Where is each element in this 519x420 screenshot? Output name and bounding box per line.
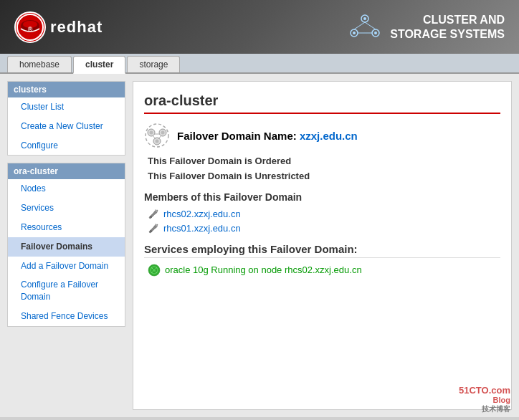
sidebar-item-cluster-list[interactable]: Cluster List [8,97,125,117]
svg-point-29 [153,269,156,272]
sidebar-section-clusters: clusters Cluster List Create a New Clust… [7,81,125,156]
sidebar-item-add-failover-domain[interactable]: Add a Failover Domain [8,257,125,276]
sidebar-item-nodes[interactable]: Nodes [8,179,125,199]
member-link-2[interactable]: rhcs01.xzxj.edu.cn [163,223,241,234]
sidebar-item-configure[interactable]: Configure [8,136,125,156]
sidebar-ora-cluster-header: ora-cluster [8,163,125,179]
failover-info: This Failover Domain is Ordered This Fai… [144,154,500,184]
svg-point-7 [353,32,356,34]
svg-point-9 [374,32,377,34]
info-line-1: This Failover Domain is Ordered [148,154,500,169]
svg-point-19 [156,140,159,143]
logo: ® redhat [14,11,103,43]
sidebar-item-resources[interactable]: Resources [8,218,125,237]
service-link-1[interactable]: oracle 10g Running on node rhcs02.xzxj.e… [165,264,362,275]
brand-text: redhat [50,18,103,37]
product-title: CLUSTER AND STORAGE SYSTEMS [390,13,505,40]
redhat-icon: ® [14,11,46,43]
failover-domain-header: Failover Domain Name: xzxj.edu.cn [144,123,500,148]
sidebar-clusters-header: clusters [8,82,125,97]
failover-domain-icon [144,123,170,148]
content-panel: ora-cluster Failover Domain Name: xzxj.e… [133,81,512,410]
sidebar-item-shared-fence-devices[interactable]: Shared Fence Devices [8,307,125,326]
svg-point-17 [161,131,165,135]
members-title: Members of this Failover Domain [144,191,500,203]
header-right: CLUSTER AND STORAGE SYSTEMS [347,13,505,42]
member-link-1[interactable]: rhcs02.xzxj.edu.cn [163,209,241,219]
sidebar-item-services[interactable]: Services [8,199,125,218]
svg-line-11 [365,22,376,29]
svg-point-25 [150,230,152,232]
wrench-icon-1 [148,209,159,220]
header: ® redhat CLUSTER AND STORAGE SYSTEMS [0,0,519,54]
service-item-1: oracle 10g Running on node rhcs02.xzxj.e… [144,264,500,277]
sidebar-item-configure-failover-domain[interactable]: Configure a Failover Domain [8,275,125,307]
wrench-icon-2 [148,223,159,234]
svg-text:®: ® [28,26,33,33]
member-item-1: rhcs02.xzxj.edu.cn [144,209,500,220]
tab-cluster[interactable]: cluster [73,56,125,74]
failover-domain-name-label: Failover Domain Name: xzxj.edu.cn [177,130,358,142]
svg-point-23 [150,216,152,218]
tab-storage[interactable]: storage [127,56,180,72]
cluster-decoration-icon [347,13,383,42]
services-title: Services employing this Failover Domain: [144,243,500,258]
nav-tabs: homebase cluster storage [0,54,519,74]
sidebar-item-failover-domains[interactable]: Failover Domains [8,237,125,257]
tab-homebase[interactable]: homebase [7,56,72,72]
svg-point-5 [363,17,366,20]
watermark: 51CTO.com Blog 技术博客 [459,385,510,414]
sidebar-section-ora-cluster: ora-cluster Nodes Services Resources Fai… [7,163,125,326]
svg-point-15 [150,131,153,135]
sidebar: clusters Cluster List Create a New Clust… [7,81,125,410]
info-line-2: This Failover Domain is Unrestricted [148,169,500,184]
member-item-2: rhcs01.xzxj.edu.cn [144,223,500,234]
service-icon-1 [148,264,161,277]
svg-line-10 [354,22,365,29]
failover-domain-link[interactable]: xzxj.edu.cn [300,130,358,142]
page-title: ora-cluster [144,92,500,114]
main-content: clusters Cluster List Create a New Clust… [0,74,519,417]
sidebar-item-create-new-cluster[interactable]: Create a New Cluster [8,117,125,136]
